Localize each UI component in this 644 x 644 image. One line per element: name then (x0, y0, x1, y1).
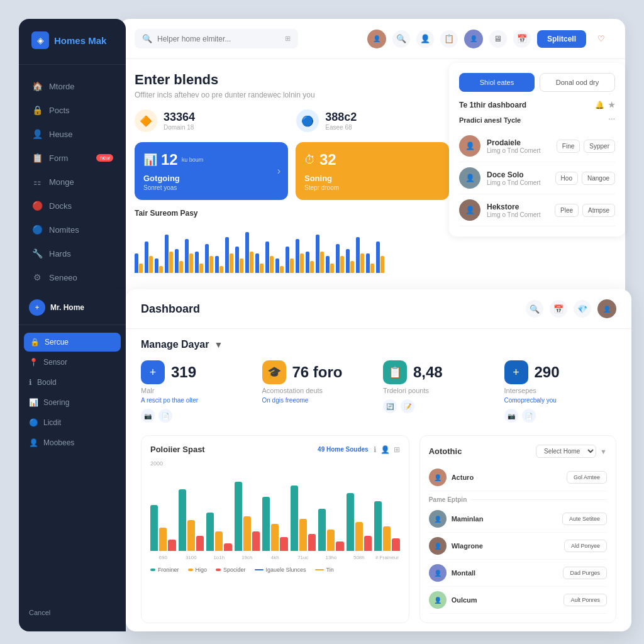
tab-btn-1[interactable]: Donal ood dry (540, 73, 615, 92)
person-row-2: 👤 Hekstore Limg o Tnd Comert Plee Atmpse (459, 194, 615, 226)
home-select[interactable]: Select Home (536, 445, 596, 458)
front-stat-num-0: 319 (171, 364, 196, 381)
front-nav-boold[interactable]: ℹ Boold (19, 373, 126, 392)
bell-icon[interactable]: 🔔 (595, 101, 604, 109)
act-btn-3[interactable]: Ault Ponres (564, 594, 607, 606)
person-actions-1: Hoo Nangoe (555, 172, 615, 185)
act-btn-2[interactable]: Dad Purges (563, 567, 607, 579)
front-avatar[interactable]: 👤 (597, 299, 616, 318)
person-name-2: Hekstore (487, 203, 540, 211)
calendar-btn[interactable]: 📅 (513, 30, 531, 48)
section-chevron-icon[interactable]: ▼ (214, 340, 223, 350)
person-action-2-0[interactable]: Plee (555, 204, 579, 217)
chart-expand-icon[interactable]: ⊞ (394, 445, 400, 454)
search-input[interactable] (157, 35, 280, 43)
person-action-2-1[interactable]: Atmpse (582, 204, 615, 217)
bar-group-1 (145, 242, 153, 273)
legend-item-4: Tin (315, 567, 334, 573)
x-label-3: 19ch (235, 555, 260, 560)
big-bar-7-0 (347, 493, 354, 551)
bar-blue-16 (296, 239, 299, 273)
front-nav-licdit[interactable]: 🔵 Licdit (19, 413, 126, 432)
nav-item-nomites[interactable]: 🔵 Nomites (19, 218, 126, 241)
nav-item-heuse[interactable]: 👤 Heuse (19, 123, 126, 145)
big-bar-6-0 (318, 509, 326, 551)
search-bar[interactable]: 🔍 ⊞ (135, 29, 298, 48)
table-options-icon[interactable]: ⋯ (608, 116, 615, 124)
bar-blue-22 (356, 237, 360, 273)
act-row-3: 👤 Oulcum Ault Ponres (429, 587, 607, 614)
avatar-1[interactable]: 👤 (367, 30, 386, 48)
big-chart (150, 469, 400, 551)
nav-item-form[interactable]: 📋 Form new (19, 147, 126, 169)
stat-sm-icon-3-1[interactable]: 📄 (522, 409, 536, 423)
bar-blue-19 (326, 256, 330, 273)
bar-group-15 (286, 247, 294, 273)
big-bar-group-0 (150, 505, 176, 551)
bar-group-9 (225, 237, 233, 273)
front-stat-icon-0: + (141, 360, 165, 384)
avatar-2[interactable]: 👤 (464, 30, 483, 48)
bar-orange-4 (179, 261, 183, 273)
nav-item-mtorde[interactable]: 🏠 Mtorde (19, 75, 126, 97)
nav-item-seneeo[interactable]: ⚙ Seneeo (19, 266, 126, 289)
stat-sm-icon-0-1[interactable]: 📄 (158, 409, 172, 423)
act-btn-0[interactable]: Aute Setitee (562, 513, 607, 525)
top-person-btn[interactable]: Gol Amtee (567, 471, 607, 484)
stat-sm-icon-2-1[interactable]: 📝 (401, 399, 414, 413)
tab-btn-0[interactable]: Shiol eates (459, 73, 535, 92)
front-nav-soering[interactable]: 📊 Soering (19, 393, 126, 412)
nav-item-hards[interactable]: 🔧 Hards (19, 242, 126, 265)
front-nav-moobees[interactable]: 👤 Moobees (19, 433, 126, 452)
chart-info-icon[interactable]: ℹ (374, 445, 377, 454)
stat-sm-icon-2-0[interactable]: 🔄 (383, 399, 397, 413)
person-avatar-2: 👤 (459, 199, 480, 221)
front-gem-btn[interactable]: 💎 (574, 300, 591, 318)
act-row-2: 👤 Montall Dad Purges (429, 560, 607, 587)
front-nav-sercue[interactable]: 🔒 Sercue (24, 333, 121, 352)
person-action-0-0[interactable]: Fine (557, 140, 580, 153)
monitor-btn[interactable]: 🖥 (489, 30, 507, 48)
act-btn-1[interactable]: Ald Ponyee (564, 540, 607, 552)
bar-orange-6 (199, 264, 203, 273)
front-stat-link-3[interactable]: Comoprecbaly you (504, 397, 617, 404)
big-bar-group-5 (291, 486, 316, 551)
nav-item-monge[interactable]: ⚏ Monge (19, 170, 126, 193)
x-label-0: 690 (150, 555, 176, 560)
act-row-1: 👤 Wlagrone Ald Ponyee (429, 533, 607, 560)
stat-sm-icon-0-0[interactable]: 📷 (141, 409, 155, 423)
x-label-5: 71uc (291, 555, 316, 560)
search-btn[interactable]: 🔍 (392, 30, 410, 48)
stat-label-0: Domain 18 (164, 124, 195, 131)
nav-item-docks[interactable]: 🔴 Docks (19, 194, 126, 217)
person-action-1-0[interactable]: Hoo (555, 172, 578, 185)
heart-btn[interactable]: ♡ (592, 30, 610, 48)
bar-group-16 (296, 239, 304, 273)
big-bar-2-2 (224, 543, 231, 551)
front-stat-top-3: + 290 (504, 360, 617, 384)
front-stat-link-1[interactable]: On dgis freeome (262, 397, 375, 404)
front-search-btn[interactable]: 🔍 (526, 300, 543, 318)
person-avatar-0: 👤 (459, 135, 480, 157)
activities-panel-top: Aotothic Select Home ▼ (429, 445, 607, 458)
person-actions-0: Fine Sypper (557, 140, 615, 153)
activities-chevron-icon[interactable]: ▼ (600, 448, 607, 455)
bar-blue-20 (336, 244, 340, 273)
person-action-0-1[interactable]: Sypper (584, 140, 615, 153)
user-btn[interactable]: 👤 (416, 30, 434, 48)
copy-btn[interactable]: 📋 (440, 30, 458, 48)
front-calendar-btn[interactable]: 📅 (550, 300, 567, 318)
star-icon[interactable]: ★ (608, 101, 615, 109)
front-nav-sensor[interactable]: 📍 Sensor (19, 353, 126, 372)
stat-sm-icon-3-0[interactable]: 📷 (504, 409, 518, 423)
splitcell-button[interactable]: Splitcell (537, 30, 586, 48)
front-stat-2: 📋 8,48 Trdelori pounts 🔄 📝 (383, 360, 496, 423)
nav-item-pocts[interactable]: 🔒 Pocts (19, 99, 126, 121)
person-action-1-1[interactable]: Nangoe (582, 172, 615, 185)
big-bar-group-4 (262, 497, 288, 551)
legend-item-3: Igauele Slunces (255, 567, 306, 573)
form-icon: 📋 (31, 152, 43, 164)
front-stat-label-2: Trdelori pounts (383, 387, 496, 394)
nav-badge: new (96, 154, 113, 162)
front-stat-label-0: Malr (141, 387, 253, 394)
